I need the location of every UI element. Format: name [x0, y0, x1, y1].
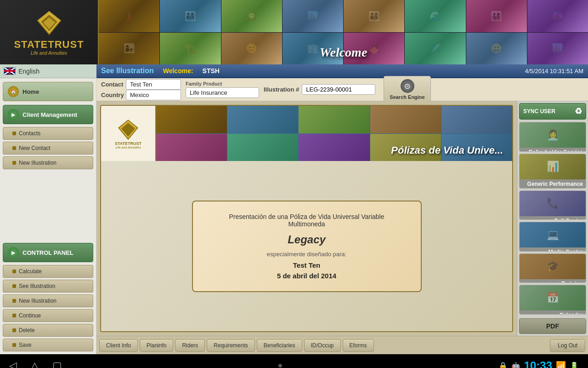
calendar-button[interactable]: 📅 Calendar — [519, 285, 586, 315]
app-subtitle: Life and Annuities — [31, 51, 67, 56]
beneficiaries-tab[interactable]: Beneficiaries — [257, 339, 302, 352]
training-label: Training — [520, 279, 586, 283]
generic-photo: 📊 — [520, 154, 586, 179]
banner-welcome-text: Welcome — [320, 45, 368, 60]
back-button[interactable]: ◁ — [9, 360, 17, 368]
new-contact-label: New Contact — [19, 145, 51, 151]
recent-apps-button[interactable]: ▢ — [52, 360, 62, 368]
ibp-7 — [227, 134, 298, 161]
main-content-row: STATETRUST Life and Annuities — [96, 101, 588, 336]
search-engine-button[interactable]: ⊙ Search Engine — [384, 76, 430, 103]
call-center-button[interactable]: 📞 Call Center — [519, 190, 586, 220]
calculate-dot — [12, 270, 16, 273]
presentation-client-name: Test Ten — [211, 261, 402, 269]
see-illustration-label: See Illustration — [19, 283, 55, 289]
family-product-block: Family Product Life Insurance — [186, 81, 259, 98]
top-banner: StateTrust Life and Annuities 🗼 👨‍👩‍👧 🕰️… — [0, 0, 588, 64]
illus-logo-area: STATETRUST Life and Annuities — [101, 106, 156, 161]
search-engine-label: Search Engine — [390, 94, 424, 100]
android-taskbar: ◁ △ ▢ 🔒 🤖 10:33 📶 🔋 — [0, 354, 588, 368]
sync-user-button[interactable]: SYNC USER ♻ — [519, 103, 586, 120]
illus-logo-svg — [117, 118, 140, 141]
country-row: Country Mexico — [101, 90, 181, 100]
ibp-8 — [299, 134, 369, 161]
pdf-button[interactable]: PDF — [519, 318, 586, 334]
client-info-tab[interactable]: Client Info — [99, 339, 138, 352]
banner-photo-7: 👨‍👩‍👧‍👦 — [466, 0, 527, 32]
contact-section: Contact Test Ten Country Mexico — [101, 79, 181, 100]
media-center-photo: 💻 — [520, 222, 586, 247]
ibp-5 — [441, 106, 512, 133]
sync-icon: ♻ — [575, 106, 582, 116]
banner-photos-container: 🗼 👨‍👩‍👧 🕰️ 🏙️ 👨‍👩‍👦 🌊 👨‍👩‍👧‍👦 🌆 👩‍👧 🏗️ 😊… — [99, 0, 588, 64]
presentation-date: 5 de abril del 2014 — [211, 272, 402, 280]
info-row: Contact Test Ten Country Mexico Family P… — [96, 78, 588, 101]
language-bar[interactable]: English — [0, 64, 96, 78]
save-item[interactable]: Save — [3, 339, 93, 351]
see-illustration-item[interactable]: See Illustration — [3, 280, 93, 293]
banner-photo-2: 👨‍👩‍👧 — [160, 0, 220, 32]
client-management-header[interactable]: ▶ Client Management — [3, 105, 93, 124]
contact-value: Test Ten — [126, 79, 181, 90]
android-icon: 🤖 — [511, 362, 520, 368]
banner-photo-15: 😃 — [466, 33, 527, 65]
new-illustration-label: New Illustration — [19, 160, 57, 166]
new-contact-dot — [12, 146, 16, 150]
home-button[interactable]: 🏠 Home — [3, 82, 93, 101]
contact-label: Contact — [101, 81, 124, 88]
eforms-tab[interactable]: Eforms — [343, 339, 374, 352]
save-label: Save — [19, 342, 31, 348]
content-area: See Illustration Welcome: STSH 4/5/2014 … — [96, 64, 588, 354]
requirements-tab[interactable]: Requirements — [207, 339, 255, 352]
riders-tab[interactable]: Riders — [175, 339, 205, 352]
banner-photo-8: 🌆 — [527, 0, 588, 32]
illustration-frame: STATETRUST Life and Annuities — [100, 105, 513, 332]
client-management-icon: ▶ — [8, 109, 19, 120]
presentation-product-name: Legacy — [211, 233, 402, 246]
calculate-item[interactable]: Calculate — [3, 265, 93, 278]
illus-title-overlay: Pólizas de Vida Unive... — [391, 144, 503, 156]
search-circle-icon: ⊙ — [401, 79, 414, 93]
ibp-2 — [227, 106, 298, 133]
new-illustration-item[interactable]: New Illustration — [3, 156, 93, 169]
control-panel-header[interactable]: ▶ CONTROL PANEL — [3, 243, 93, 262]
home-button-android[interactable]: △ — [31, 360, 39, 368]
new-illustration2-label: New Illustration — [19, 298, 57, 304]
status-icons: 🔒 🤖 10:33 📶 🔋 — [498, 359, 579, 368]
illus-logo-sub: Life and Annuities — [115, 146, 141, 149]
banner-photo-11: 😊 — [221, 33, 282, 65]
sync-user-label: SYNC USER — [523, 108, 555, 115]
contacts-item[interactable]: Contacts — [3, 127, 93, 140]
control-panel-label: CONTROL PANEL — [23, 249, 74, 256]
ibp-4 — [370, 106, 441, 133]
new-illustration2-item[interactable]: New Illustration — [3, 294, 93, 307]
calendar-label: Calendar — [520, 310, 586, 315]
continue-item[interactable]: Continue — [3, 309, 93, 322]
media-center-button[interactable]: 💻 Media Center — [519, 222, 586, 252]
continue-dot — [12, 314, 16, 317]
bottom-tabs: Client Info Planinfo Riders Requirements… — [96, 336, 588, 354]
main-layout: English 🏠 Home ▶ Client Management Conta… — [0, 64, 588, 354]
id-occup-tab[interactable]: ID/Occup — [304, 339, 341, 352]
training-photo: 🎓 — [520, 254, 586, 279]
logo-area: StateTrust Life and Annuities — [0, 0, 99, 64]
planinfo-tab[interactable]: Planinfo — [140, 339, 173, 352]
battery-icon: 🔋 — [570, 362, 579, 368]
save-dot — [12, 343, 16, 347]
family-product-value: Life Insurance — [186, 87, 259, 98]
contact-row: Contact Test Ten — [101, 79, 181, 90]
new-contact-item[interactable]: New Contact — [3, 142, 93, 155]
sidebar: English 🏠 Home ▶ Client Management Conta… — [0, 64, 96, 354]
logout-button[interactable]: Log Out — [550, 339, 585, 352]
policyholder-service-button[interactable]: 👩‍💼 Policyholder Service — [519, 122, 586, 152]
contacts-label: Contacts — [19, 130, 40, 137]
delete-item[interactable]: Delete — [3, 324, 93, 337]
training-button[interactable]: 🎓 Training — [519, 253, 586, 283]
generic-performance-button[interactable]: 📊 Generic Performance Profiles — [519, 154, 586, 189]
ibp-3 — [299, 106, 369, 133]
lock-icon: 🔒 — [498, 362, 508, 368]
presentation-for-label: especialmente diseñado para: — [211, 251, 402, 258]
new-illustration2-dot — [12, 299, 16, 303]
call-center-photo: 📞 — [520, 191, 586, 216]
illustration-area: STATETRUST Life and Annuities — [96, 101, 517, 336]
